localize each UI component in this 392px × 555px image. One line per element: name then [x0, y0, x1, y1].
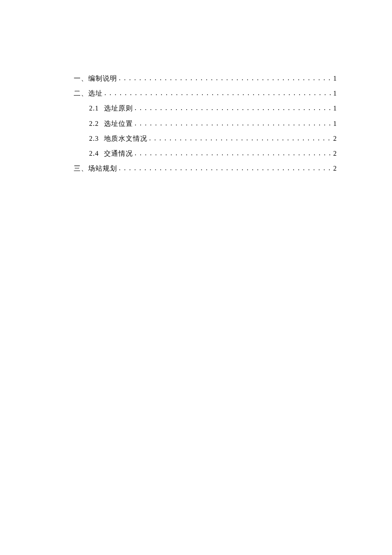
- toc-leader-dots: [119, 70, 331, 85]
- toc-label: 2.4交通情况: [89, 146, 133, 161]
- toc-page-number: 2: [332, 146, 337, 161]
- toc-leader-dots: [149, 131, 331, 145]
- toc-leader-dots: [119, 160, 331, 175]
- toc-entry-level2: 2.2选址位置 1: [74, 116, 337, 131]
- toc-label: 2.2选址位置: [89, 116, 133, 131]
- toc-leader-dots: [104, 85, 331, 100]
- toc-page-number: 1: [332, 116, 337, 131]
- toc-page-number: 1: [332, 86, 337, 101]
- table-of-contents: 一、编制说明 1 二、选址 1 2.1选址原则 1 2.2选址位置 1 2.3地…: [74, 71, 337, 176]
- toc-entry-level1: 一、编制说明 1: [74, 71, 337, 86]
- toc-entry-level2: 2.3地质水文情况 2: [74, 131, 337, 146]
- toc-page-number: 1: [332, 71, 337, 86]
- toc-label: 2.3地质水文情况: [89, 131, 147, 146]
- toc-entry-level2: 2.1选址原则 1: [74, 101, 337, 116]
- toc-leader-dots: [135, 145, 331, 160]
- toc-label: 二、选址: [74, 86, 103, 101]
- toc-leader-dots: [135, 116, 331, 131]
- toc-label: 2.1选址原则: [89, 101, 133, 116]
- toc-entry-level1: 三、场站规划 2: [74, 161, 337, 176]
- toc-page-number: 1: [332, 101, 337, 116]
- toc-page-number: 2: [332, 131, 337, 146]
- toc-label: 三、场站规划: [74, 161, 117, 176]
- toc-entry-level1: 二、选址 1: [74, 86, 337, 101]
- toc-page-number: 2: [332, 161, 337, 176]
- toc-leader-dots: [135, 100, 331, 115]
- toc-label: 一、编制说明: [74, 71, 117, 86]
- toc-entry-level2: 2.4交通情况 2: [74, 146, 337, 161]
